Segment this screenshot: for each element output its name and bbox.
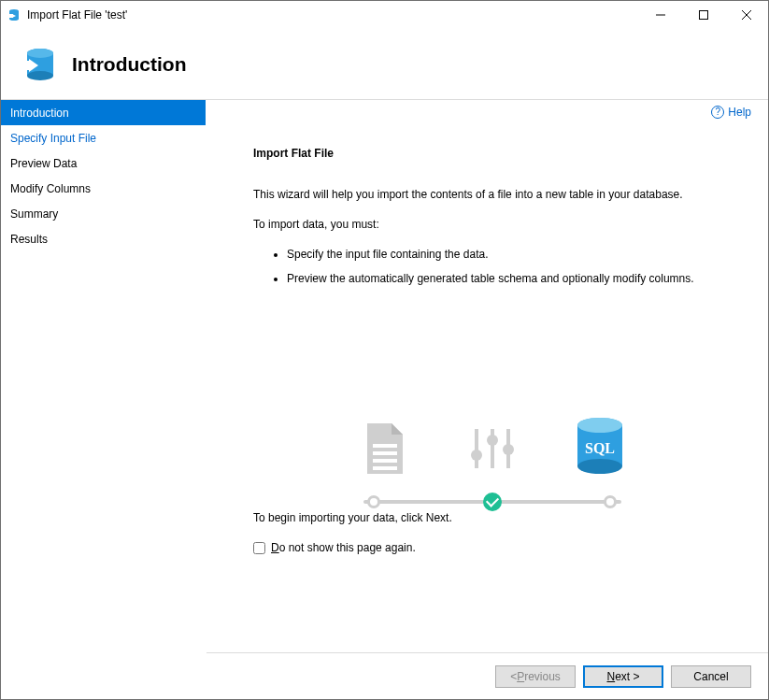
help-label: Help <box>728 106 751 119</box>
page-title: Introduction <box>72 53 186 76</box>
wizard-content: Import Flat File This wizard will help y… <box>206 100 768 652</box>
import-flat-file-wizard-window: Import Flat File 'test' Introd <box>0 0 769 700</box>
svg-rect-16 <box>373 466 397 470</box>
previous-button: < Previous <box>495 665 576 688</box>
step-preview-data[interactable]: Preview Data <box>1 150 206 176</box>
help-icon: ? <box>711 106 724 119</box>
step-introduction[interactable]: Introduction <box>1 100 206 125</box>
svg-point-10 <box>27 71 53 80</box>
app-icon <box>7 7 21 22</box>
step-summary[interactable]: Summary <box>1 201 206 226</box>
svg-point-21 <box>487 435 498 446</box>
svg-point-20 <box>471 450 482 461</box>
step-label: Summary <box>10 207 58 221</box>
svg-rect-5 <box>700 11 708 20</box>
step-modify-columns[interactable]: Modify Columns <box>1 176 206 201</box>
database-import-icon <box>14 42 59 87</box>
sql-database-icon: SQL <box>567 416 633 476</box>
svg-rect-13 <box>373 444 397 448</box>
window-title: Import Flat File 'test' <box>27 8 127 21</box>
maximize-button[interactable] <box>682 1 725 29</box>
svg-rect-15 <box>373 459 397 463</box>
svg-point-26 <box>577 418 622 433</box>
svg-point-25 <box>577 459 622 474</box>
document-icon <box>352 421 418 476</box>
content-intro: This wizard will help you import the con… <box>253 188 731 201</box>
svg-point-22 <box>503 444 514 455</box>
step-label: Modify Columns <box>10 182 91 195</box>
next-button[interactable]: Next > <box>583 665 663 688</box>
begin-text: To begin importing your data, click Next… <box>253 511 731 524</box>
wizard-header: Introduction <box>1 29 768 100</box>
svg-text:SQL: SQL <box>584 440 614 456</box>
do-not-show-checkbox[interactable] <box>253 542 265 554</box>
wizard-steps-sidebar: Introduction Specify Input File Preview … <box>1 100 206 699</box>
step-label: Results <box>10 233 48 246</box>
sliders-icon <box>460 421 525 476</box>
wizard-main: ? Help Import Flat File This wizard will… <box>206 100 768 699</box>
close-button[interactable] <box>725 1 768 29</box>
wizard-body: Introduction Specify Input File Preview … <box>1 100 768 699</box>
content-heading: Import Flat File <box>253 147 731 160</box>
step-results[interactable]: Results <box>1 226 206 251</box>
svg-rect-17 <box>475 429 478 468</box>
bullet-item: Specify the input file containing the da… <box>287 248 731 261</box>
step-label: Introduction <box>10 107 69 120</box>
wizard-footer: < Previous Next > Cancel <box>206 652 768 699</box>
bullet-item: Preview the automatically generated tabl… <box>287 272 731 285</box>
step-label: Specify Input File <box>10 132 96 145</box>
minimize-button[interactable] <box>639 1 682 29</box>
step-specify-input-file[interactable]: Specify Input File <box>1 125 206 150</box>
content-bullets: Specify the input file containing the da… <box>253 248 731 285</box>
svg-rect-12 <box>16 61 31 70</box>
do-not-show-again: Do not show this page again. <box>253 541 731 554</box>
svg-point-11 <box>27 49 53 58</box>
step-label: Preview Data <box>10 157 77 170</box>
cancel-button[interactable]: Cancel <box>671 665 751 688</box>
content-pretext: To import data, you must: <box>253 218 731 231</box>
help-link[interactable]: ? Help <box>711 106 751 119</box>
wizard-graphic: SQL <box>352 416 633 511</box>
svg-rect-14 <box>373 451 397 455</box>
progress-timeline <box>363 493 621 511</box>
titlebar: Import Flat File 'test' <box>1 1 768 29</box>
do-not-show-label[interactable]: Do not show this page again. <box>271 541 416 554</box>
